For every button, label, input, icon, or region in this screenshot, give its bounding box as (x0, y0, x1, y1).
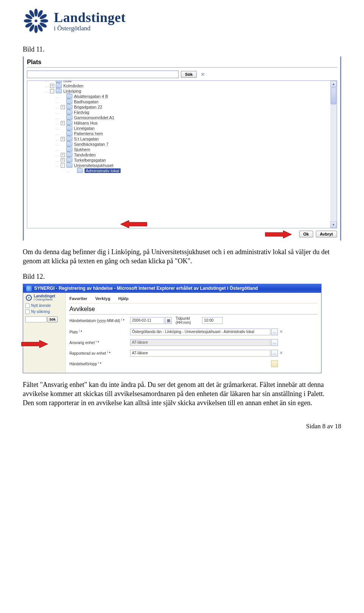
org-logo-text: Landstinget i Östergötland (54, 9, 126, 32)
clear-icon[interactable]: ✕ (199, 71, 207, 77)
tree-row[interactable]: …Linnégatan (27, 126, 330, 131)
tree-row[interactable]: …Badhusgatan (27, 99, 330, 104)
browse-button[interactable]: … (271, 329, 278, 335)
folder-icon (66, 158, 72, 162)
tree-item-label[interactable]: Färdväg (74, 110, 89, 115)
time-input[interactable] (202, 317, 223, 324)
sidebar-search-button[interactable]: Sök (47, 316, 58, 322)
tree-item-label[interactable]: Universitetssjukhuset (74, 163, 113, 168)
note-icon[interactable] (271, 360, 278, 367)
tree-row[interactable]: …Administrativ lokal (27, 168, 330, 173)
tree-connector-icon: … (45, 80, 49, 83)
cancel-button[interactable]: Avbryt (316, 231, 337, 237)
vertical-scrollbar[interactable]: ▲ ▼ (330, 81, 337, 228)
browse-button[interactable]: … (271, 339, 278, 346)
menu-bar: Favoriter Verktyg Hjälp (69, 295, 317, 303)
calendar-icon[interactable]: ▦ (165, 317, 172, 324)
tree-item-label[interactable]: Sjukhem (74, 147, 90, 152)
tree-scroll-area[interactable]: …Kisa…+Kolmården…-Linköping…Alsättersgat… (27, 81, 330, 228)
tree-connector-icon: … (55, 152, 59, 157)
expand-icon[interactable]: + (61, 137, 65, 141)
dialog-title: Plats (27, 59, 337, 68)
expand-icon[interactable]: + (61, 158, 65, 162)
tree-item-label[interactable]: Sandbäcksgatan 7 (74, 142, 108, 146)
tree-spacer (61, 116, 65, 120)
tree-item-label[interactable]: Hälsans Hus (74, 121, 97, 125)
tree-row[interactable]: …Garnisonsområdet A1 (27, 115, 330, 120)
tree-row[interactable]: …+S:t Larsgatan (27, 136, 330, 141)
tree-item-label[interactable]: Administrativ lokal (85, 168, 121, 173)
plats-input[interactable] (130, 329, 270, 335)
folder-icon (66, 131, 72, 136)
tree-connector-icon: … (55, 94, 59, 99)
browse-button[interactable]: … (271, 350, 278, 357)
tree-row[interactable]: …+Hälsans Hus (27, 120, 330, 126)
date-input[interactable] (130, 317, 164, 324)
tree-connector-icon: … (55, 142, 59, 146)
tree-connector-icon: … (55, 110, 59, 115)
scroll-thumb[interactable] (331, 88, 336, 104)
tree-item-label[interactable]: S:t Larsgatan (74, 137, 99, 141)
tree-row[interactable]: …Sandbäcksgatan 7 (27, 141, 330, 147)
tree-item-label[interactable]: Patientens hem (74, 131, 103, 136)
tree-spacer (61, 148, 65, 152)
menu-hjalp[interactable]: Hjälp (118, 296, 129, 301)
expand-icon[interactable]: + (61, 121, 65, 125)
expand-icon[interactable]: + (50, 84, 54, 88)
scroll-down-arrow-icon[interactable]: ▼ (330, 222, 337, 228)
tree-row[interactable]: …Sjukhem (27, 147, 330, 152)
tree-item-label[interactable]: Badhusgatan (74, 99, 99, 104)
form-row-rapporterad: Rapporterad av enhet i * … ✕ (69, 348, 317, 358)
field-label: Plats i * (69, 329, 130, 334)
tree-row[interactable]: …-Linköping (27, 88, 330, 94)
window-title: SYNERGI - Registrering av händelse - Mic… (34, 286, 258, 291)
scroll-track[interactable] (330, 87, 337, 222)
collapse-icon[interactable]: - (50, 89, 54, 93)
expand-icon[interactable]: + (61, 105, 65, 109)
tree-row[interactable]: …-Universitetssjukhuset (27, 163, 330, 168)
clear-icon[interactable]: ✕ (278, 351, 284, 355)
tree-item-label[interactable]: Torkelbergsgatan (74, 158, 106, 162)
tree-row[interactable]: …Alsättersgatan 4 B (27, 94, 330, 99)
tree-spacer (61, 94, 65, 99)
collapse-icon[interactable]: - (61, 163, 65, 168)
tree-item-label[interactable]: Garnisonsområdet A1 (74, 115, 114, 120)
tree-item-label[interactable]: Linnégatan (74, 126, 94, 130)
tree-row[interactable]: …Färdväg (27, 110, 330, 115)
sidebar-link-new-case[interactable]: Nytt ärende (25, 303, 63, 309)
tree-item-label[interactable]: Alsättersgatan 4 B (74, 94, 108, 99)
tree-connector-icon: … (66, 168, 70, 173)
ok-button[interactable]: Ok (299, 231, 313, 237)
field-label: Rapporterad av enhet i * (69, 350, 130, 355)
sidebar-search-input[interactable] (25, 316, 47, 322)
search-button[interactable]: Sök (181, 71, 197, 78)
menu-verktyg[interactable]: Verktyg (95, 296, 110, 301)
ie-titlebar: SYNERGI - Registrering av händelse - Mic… (23, 284, 321, 293)
sidebar-link-label: Nytt ärende (31, 303, 51, 308)
expand-icon[interactable]: + (61, 153, 65, 157)
tree-item-label[interactable]: Linköping (63, 89, 81, 93)
svg-point-1 (35, 20, 38, 22)
tree-item-label[interactable]: Kisa (63, 80, 71, 83)
tree-item-label[interactable]: Tandvården (74, 152, 96, 157)
search-input[interactable] (27, 71, 179, 78)
tree-item-label[interactable]: Kolmården (63, 83, 83, 88)
menu-favoriter[interactable]: Favoriter (69, 296, 87, 301)
sidebar: Landstinget i Östergötland Nytt ärende N… (23, 293, 66, 373)
folder-icon (66, 94, 72, 99)
tree-row[interactable]: …+Kolmården (27, 83, 330, 88)
scroll-up-arrow-icon[interactable]: ▲ (330, 81, 337, 87)
tree-item-label[interactable]: Brigadgatan 22 (74, 105, 102, 109)
field-label: Händelseförlopp i * (69, 361, 130, 366)
page-footer: Sidan 8 av 18 (23, 423, 341, 430)
clear-icon[interactable]: ✕ (278, 329, 284, 334)
tree-row[interactable]: …+Tandvården (27, 152, 330, 157)
sidebar-brand-sub: i Östergötland (34, 298, 55, 301)
tree-row[interactable]: …+Torkelbergsgatan (27, 157, 330, 163)
tree-row[interactable]: …Patientens hem (27, 131, 330, 136)
rapporterad-input[interactable] (130, 350, 270, 357)
tree-row[interactable]: …Kisa (27, 80, 330, 83)
tree-row[interactable]: …+Brigadgatan 22 (27, 104, 330, 110)
sidebar-link-new-search[interactable]: Ny sökning (25, 309, 63, 315)
tree-spacer (61, 142, 65, 146)
